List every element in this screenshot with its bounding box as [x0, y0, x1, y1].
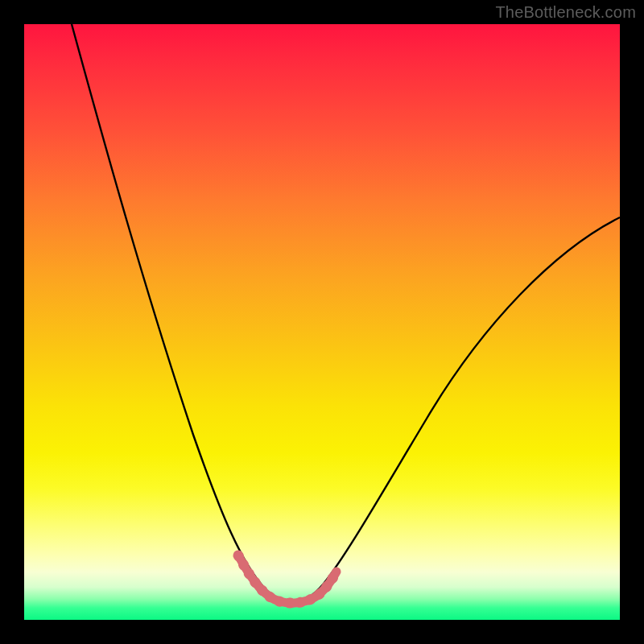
watermark-text: TheBottleneck.com: [495, 3, 636, 22]
chart-frame: TheBottleneck.com: [0, 0, 644, 644]
curve-layer: [24, 24, 620, 620]
highlight-region-fill: [238, 555, 336, 603]
plot-area: [24, 24, 620, 620]
bottleneck-curve: [72, 24, 620, 601]
